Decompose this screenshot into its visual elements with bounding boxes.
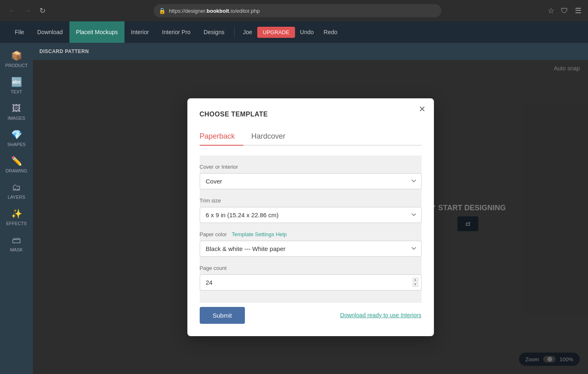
sidebar-label-text: TEXT bbox=[11, 89, 22, 94]
upgrade-button[interactable]: UPGRADE bbox=[257, 27, 295, 38]
bookmark-icon[interactable]: ☆ bbox=[548, 6, 554, 15]
paper-color-label-row: Paper color Template Settings Help bbox=[200, 231, 422, 237]
nav-download[interactable]: Download bbox=[31, 21, 69, 43]
sidebar-item-images[interactable]: 🖼 IMAGES bbox=[2, 100, 31, 124]
editor-area: DISCARD PATTERN Auto snap ✔ START DESIGN… bbox=[33, 43, 588, 374]
nav-designs[interactable]: Designs bbox=[197, 21, 231, 43]
undo-button[interactable]: Undo bbox=[295, 29, 318, 35]
sidebar-item-shapes[interactable]: 💎 SHAPES bbox=[2, 126, 31, 151]
spinner-up-button[interactable]: ▲ bbox=[413, 278, 418, 282]
modal-overlay: CHOOSE TEMPLATE ✕ Paperback Hardcover Co… bbox=[33, 60, 588, 374]
trim-size-select[interactable]: 6 x 9 in (15.24 x 22.86 cm)5 x 8 in (12.… bbox=[200, 207, 422, 223]
discard-pattern-button[interactable]: DISCARD PATTERN bbox=[39, 49, 89, 54]
modal-close-button[interactable]: ✕ bbox=[419, 105, 426, 113]
modal-form-body: Cover or Interior CoverInterior Trim siz… bbox=[200, 156, 422, 303]
left-sidebar: 📦 PRODUCT 🔤 TEXT 🖼 IMAGES 💎 SHAPES ✏️ DR… bbox=[0, 43, 33, 374]
cover-interior-label: Cover or Interior bbox=[200, 164, 422, 170]
browser-chrome: ← → ↻ 🔒 https://designer.bookbolt.io/edi… bbox=[0, 0, 588, 21]
back-button[interactable]: ← bbox=[7, 5, 17, 17]
sidebar-item-effects[interactable]: ✨ EFFECTS bbox=[2, 205, 31, 230]
paper-color-select[interactable]: Black & white --- White paperBlack & whi… bbox=[200, 241, 422, 257]
spinner-down-button[interactable]: ▼ bbox=[413, 283, 418, 287]
browser-actions: ☆ 🛡 ☰ bbox=[548, 6, 581, 15]
reload-button[interactable]: ↻ bbox=[38, 5, 47, 17]
nav-interior-pro[interactable]: Interior Pro bbox=[155, 21, 197, 43]
forward-button[interactable]: → bbox=[22, 5, 33, 17]
mask-icon: 🗃 bbox=[12, 235, 21, 246]
sidebar-item-layers[interactable]: 🗂 LAYERS bbox=[2, 179, 31, 203]
download-interiors-link[interactable]: Download ready to use Interiors bbox=[340, 312, 422, 318]
sidebar-label-product: PRODUCT bbox=[5, 63, 28, 68]
effects-icon: ✨ bbox=[11, 209, 22, 219]
nav-user: Joe bbox=[238, 29, 257, 35]
sidebar-label-images: IMAGES bbox=[8, 116, 25, 121]
sidebar-item-drawing[interactable]: ✏️ DRAWING bbox=[2, 152, 31, 177]
main-area: 📦 PRODUCT 🔤 TEXT 🖼 IMAGES 💎 SHAPES ✏️ DR… bbox=[0, 43, 588, 374]
spinner-arrows: ▲ ▼ bbox=[413, 278, 418, 287]
page-count-group: Page count ▲ ▼ bbox=[200, 265, 422, 290]
menu-icon[interactable]: ☰ bbox=[575, 6, 581, 15]
modal-footer: Submit Download ready to use Interiors bbox=[200, 307, 422, 324]
address-bar: 🔒 https://designer.bookbolt.io/editor.ph… bbox=[154, 4, 441, 17]
sidebar-label-effects: EFFECTS bbox=[6, 221, 27, 226]
shield2-icon[interactable]: 🛡 bbox=[561, 7, 568, 15]
sidebar-label-layers: LAYERS bbox=[8, 195, 25, 200]
cover-interior-group: Cover or Interior CoverInterior bbox=[200, 164, 422, 189]
template-settings-help-link[interactable]: Template Settings Help bbox=[232, 231, 287, 237]
images-icon: 🖼 bbox=[12, 103, 21, 114]
sidebar-item-mask[interactable]: 🗃 MASK bbox=[2, 231, 31, 256]
trim-size-label: Trim size bbox=[200, 197, 422, 204]
choose-template-modal: CHOOSE TEMPLATE ✕ Paperback Hardcover Co… bbox=[187, 98, 434, 336]
tab-hardcover[interactable]: Hardcover bbox=[243, 128, 294, 146]
security-icon: 🔒 bbox=[159, 7, 166, 14]
page-count-spinner-wrapper: ▲ ▼ bbox=[200, 274, 422, 290]
shapes-icon: 💎 bbox=[11, 130, 22, 140]
product-icon: 📦 bbox=[11, 51, 22, 61]
nav-placeit-mockups[interactable]: Placeit Mockups bbox=[69, 21, 125, 43]
page-count-label: Page count bbox=[200, 265, 422, 271]
text-icon: 🔤 bbox=[11, 77, 22, 88]
editor-toolbar: DISCARD PATTERN bbox=[33, 43, 588, 60]
sidebar-label-drawing: DRAWING bbox=[6, 168, 28, 173]
app-header: File Download Placeit Mockups Interior I… bbox=[0, 21, 588, 43]
submit-button[interactable]: Submit bbox=[200, 307, 245, 324]
paper-color-group: Paper color Template Settings Help Black… bbox=[200, 231, 422, 257]
trim-size-group: Trim size 6 x 9 in (15.24 x 22.86 cm)5 x… bbox=[200, 197, 422, 223]
url-text: https://designer.bookbolt.io/editor.php bbox=[169, 8, 260, 14]
sidebar-label-shapes: SHAPES bbox=[7, 142, 26, 147]
drawing-icon: ✏️ bbox=[11, 156, 22, 167]
nav-file[interactable]: File bbox=[8, 21, 31, 43]
modal-tabs: Paperback Hardcover bbox=[200, 128, 422, 146]
sidebar-item-text[interactable]: 🔤 TEXT bbox=[2, 73, 31, 98]
nav-divider bbox=[234, 26, 235, 38]
nav-interior[interactable]: Interior bbox=[125, 21, 156, 43]
sidebar-item-product[interactable]: 📦 PRODUCT bbox=[2, 47, 31, 72]
editor-canvas: Auto snap ✔ START DESIGNING ct Zoom 100%… bbox=[33, 60, 588, 374]
cover-interior-select[interactable]: CoverInterior bbox=[200, 173, 422, 189]
page-count-input[interactable] bbox=[200, 274, 422, 290]
layers-icon: 🗂 bbox=[12, 182, 21, 193]
redo-button[interactable]: Redo bbox=[319, 29, 342, 35]
modal-title: CHOOSE TEMPLATE bbox=[200, 111, 422, 118]
tab-paperback[interactable]: Paperback bbox=[200, 128, 243, 146]
sidebar-label-mask: MASK bbox=[10, 247, 23, 252]
paper-color-label: Paper color bbox=[200, 231, 227, 237]
